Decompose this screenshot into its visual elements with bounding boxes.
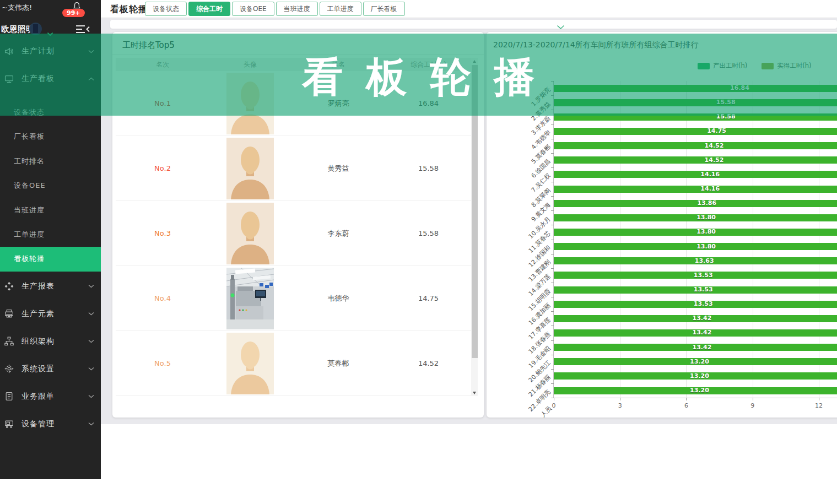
bar: 13.42 bbox=[554, 315, 837, 322]
scrollbar[interactable] bbox=[471, 58, 478, 396]
printer-icon bbox=[4, 309, 15, 318]
y-axis-tick bbox=[551, 225, 554, 225]
chart-title: 2020/7/13-2020/7/14所有车间所有班所有组综合工时排行 bbox=[493, 40, 699, 50]
menu-item-label: 业务跟单 bbox=[21, 392, 55, 402]
bar-value-label: 13.86 bbox=[697, 199, 716, 207]
bar: 13.20 bbox=[554, 372, 837, 380]
scroll-down-arrow[interactable] bbox=[471, 389, 478, 396]
menu-item-label: 生产计划 bbox=[21, 46, 55, 56]
bar: 13.20 bbox=[554, 387, 837, 394]
chevron-down-icon bbox=[88, 339, 94, 343]
tab-5[interactable]: 工单进度 bbox=[320, 2, 361, 16]
y-axis-tick bbox=[551, 355, 554, 355]
chevron-up-icon bbox=[88, 77, 94, 81]
y-axis-tick bbox=[551, 326, 554, 326]
bar: 13.42 bbox=[554, 344, 837, 351]
sidebar-subitem-1[interactable]: 设备状态 bbox=[0, 100, 101, 124]
avatar-cell bbox=[226, 203, 274, 264]
avatar-cell bbox=[226, 268, 274, 329]
bar: 14.16 bbox=[554, 186, 837, 193]
machine-icon bbox=[4, 419, 15, 429]
sidebar-subitem-2[interactable]: 厂长看板 bbox=[0, 124, 101, 149]
x-axis-tick bbox=[620, 398, 620, 400]
notification-badge: 99+ bbox=[62, 9, 85, 17]
y-axis-tick bbox=[551, 311, 554, 312]
y-axis-tick bbox=[551, 153, 554, 154]
bar-value-label: 15.58 bbox=[716, 99, 736, 106]
bar: 13.86 bbox=[554, 200, 837, 207]
legend-item-2[interactable]: 实得工时(h) bbox=[762, 62, 811, 70]
sidebar-subitem-4[interactable]: 设备OEE bbox=[0, 174, 101, 198]
avatar-image bbox=[226, 203, 274, 264]
y-axis-tick bbox=[551, 340, 554, 341]
chart-area: 16.8415.5815.5814.7514.5214.5214.1614.16… bbox=[553, 81, 837, 398]
column-header-1: 名次 bbox=[116, 60, 209, 69]
y-axis-tick bbox=[551, 283, 554, 283]
sidebar-subitem-7[interactable]: 看板轮播 bbox=[0, 247, 101, 271]
page-title: 看板轮播 bbox=[110, 4, 148, 15]
y-axis-tick bbox=[551, 95, 554, 96]
sidebar-subitem-3[interactable]: 工时排名 bbox=[0, 149, 101, 174]
tab-2[interactable]: 综合工时 bbox=[188, 2, 230, 16]
table-row: No.1罗炳亮16.84 bbox=[116, 71, 471, 136]
bar: 13.20 bbox=[554, 358, 837, 365]
bar-value-label: 13.80 bbox=[696, 243, 716, 250]
bar-value-label: 14.52 bbox=[705, 156, 724, 164]
rank-label: No.3 bbox=[154, 229, 171, 237]
sidebar-item-5[interactable]: 组织架构 bbox=[0, 328, 101, 355]
tab-1[interactable]: 设备状态 bbox=[145, 2, 187, 16]
tab-6[interactable]: 厂长看板 bbox=[363, 2, 405, 16]
chart-legend: 产出工时(h)实得工时(h) bbox=[698, 62, 812, 70]
bar-value-label: 14.52 bbox=[705, 142, 724, 149]
bar-value-label: 13.42 bbox=[693, 329, 712, 337]
chart-panel: 2020/7/13-2020/7/14所有车间所有班所有组综合工时排行 产出工时… bbox=[487, 32, 837, 418]
x-axis-tick-label: 3 bbox=[618, 402, 622, 409]
y-axis-tick bbox=[551, 81, 554, 82]
tab-4[interactable]: 当班进度 bbox=[276, 2, 318, 16]
x-axis-tick bbox=[753, 398, 753, 400]
bar-value-label: 13.20 bbox=[690, 358, 709, 365]
y-axis-tick bbox=[551, 182, 554, 182]
rank-label: No.4 bbox=[154, 294, 171, 302]
bar-value-label: 13.53 bbox=[694, 272, 713, 279]
bar-value-label: 13.80 bbox=[696, 229, 716, 236]
sidebar-item-7[interactable]: 业务跟单 bbox=[0, 383, 101, 410]
y-axis-tick bbox=[551, 369, 554, 370]
collapse-menu-icon[interactable] bbox=[75, 24, 90, 36]
chevron-down-icon bbox=[88, 50, 94, 53]
y-axis-tick bbox=[551, 196, 554, 197]
sidebar-item-4[interactable]: 生产元素 bbox=[0, 300, 101, 328]
sidebar-item-1[interactable]: 生产计划 bbox=[0, 37, 101, 65]
bar: 13.80 bbox=[554, 229, 837, 236]
sidebar-item-2[interactable]: 生产看板 bbox=[0, 65, 101, 93]
avatar[interactable] bbox=[29, 23, 42, 35]
sidebar-subitem-5[interactable]: 当班进度 bbox=[0, 198, 101, 223]
legend-item-1[interactable]: 产出工时(h) bbox=[698, 62, 747, 70]
chevron-down-icon[interactable] bbox=[557, 21, 565, 32]
menu-item-label: 生产看板 bbox=[21, 74, 55, 84]
hours-cell: 14.52 bbox=[418, 359, 439, 367]
scrollbar-thumb[interactable] bbox=[472, 65, 478, 358]
sidebar-subitem-6[interactable]: 工单进度 bbox=[0, 223, 101, 247]
bar-value-label: 14.16 bbox=[700, 185, 720, 192]
sidebar-item-6[interactable]: 系统设置 bbox=[0, 355, 101, 383]
bar-value-label: 13.53 bbox=[694, 286, 713, 293]
y-axis-tick bbox=[551, 240, 554, 240]
bar-value-label: 15.58 bbox=[716, 113, 736, 120]
menu-item-label: 系统设置 bbox=[21, 364, 55, 374]
tab-3[interactable]: 设备OEE bbox=[232, 2, 274, 16]
sidebar-item-3[interactable]: 生产报表 bbox=[0, 273, 101, 300]
bar: 13.53 bbox=[554, 272, 837, 279]
scroll-up-arrow[interactable] bbox=[471, 58, 478, 64]
submenu: 设备状态厂长看板工时排名设备OEE当班进度工单进度看板轮播 bbox=[0, 93, 101, 273]
x-axis bbox=[554, 398, 837, 398]
user-greeting: ~支伟杰! bbox=[2, 3, 32, 13]
menu-item-label: 生产报表 bbox=[21, 281, 55, 291]
sidebar-item-8[interactable]: 设备管理 bbox=[0, 410, 101, 438]
gear-icon bbox=[4, 364, 15, 373]
x-axis-tick-label: 6 bbox=[684, 402, 688, 409]
x-axis-tick-label: 9 bbox=[750, 402, 754, 409]
table-row: No.4韦德华14.75 bbox=[116, 266, 471, 331]
bar-value-label: 13.80 bbox=[696, 214, 716, 221]
sidebar: ~支伟杰! 99+ 欧恩照明 生产计划生产看板设备状态厂长看板工时排名设备OEE… bbox=[0, 0, 101, 479]
